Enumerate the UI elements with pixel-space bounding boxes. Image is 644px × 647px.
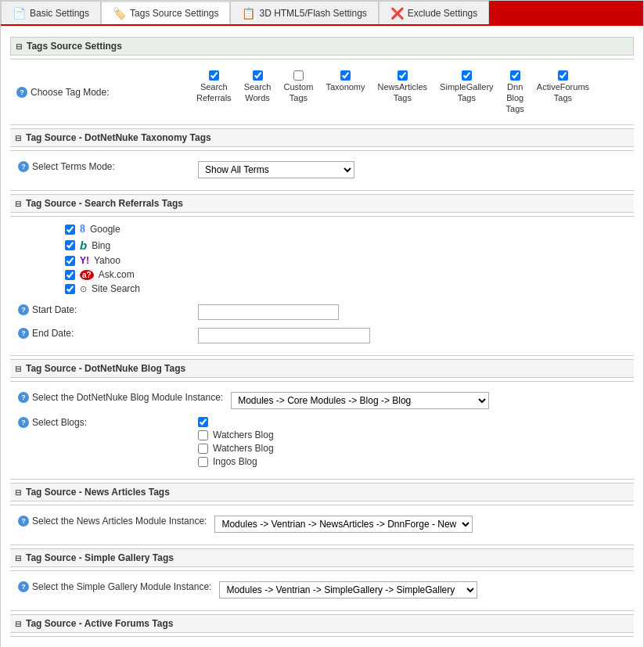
engine-site-checkbox[interactable]	[65, 284, 75, 294]
engine-google-label: Google	[90, 224, 121, 235]
taxonomy-section-header: ⊟ Tag Source - DotNetNuke Taxonomy Tags	[10, 128, 634, 147]
tab-bar: 📄 Basic Settings 🏷️ Tags Source Settings…	[1, 1, 643, 26]
tab-3d-html5-flash[interactable]: 📋 3D HTML5/Flash Settings	[230, 1, 378, 24]
blog-module-instance-label: ? Select the DotNetNuke Blog Module Inst…	[18, 392, 223, 403]
checkbox-search-words: Search Words	[244, 70, 272, 102]
ask-icon: a?	[80, 270, 94, 280]
forums-collapse-icon[interactable]: ⊟	[15, 620, 21, 628]
blog-section-content: ? Select the DotNetNuke Blog Module Inst…	[10, 383, 634, 477]
blog-watchers1-checkbox[interactable]	[198, 430, 208, 440]
end-date-control: 11/9/2010 12:00:00 AM	[198, 328, 626, 343]
checkbox-news-articles-input[interactable]	[398, 70, 408, 81]
blog-module-control: Modules -> Core Modules -> Blog -> Blog	[231, 392, 626, 409]
select-terms-row: ? Select Terms Mode: Show All Terms Show…	[18, 157, 626, 182]
gallery-module-label: ? Select the Simple Gallery Module Insta…	[18, 581, 211, 592]
site-search-icon: ⊙	[80, 284, 87, 294]
engine-site-item: ⊙ Site Search	[65, 283, 626, 294]
engine-google-item: 8 Google	[65, 223, 626, 235]
gallery-module-control: Modules -> Ventrian -> SimpleGallery -> …	[219, 581, 626, 598]
gallery-collapse-icon[interactable]: ⊟	[15, 554, 21, 563]
select-blogs-label: ? Select Blogs:	[18, 417, 190, 428]
simple-gallery-section-content: ? Select the Simple Gallery Module Insta…	[10, 573, 634, 609]
search-referrals-section-content: 8 Google b Bing Y! Yahoo a? Ask.com	[10, 218, 634, 354]
checkbox-active-forums: ActiveForums Tags	[537, 70, 589, 102]
blog-collapse-icon[interactable]: ⊟	[15, 365, 21, 373]
checkbox-simple-gallery-input[interactable]	[462, 70, 472, 81]
engine-yahoo-checkbox[interactable]	[65, 256, 75, 266]
engine-yahoo-item: Y! Yahoo	[65, 255, 626, 266]
engine-ask-label: Ask.com	[99, 269, 135, 280]
3d-html5-icon: 📋	[242, 7, 255, 20]
news-collapse-icon[interactable]: ⊟	[15, 488, 21, 497]
active-forums-section-header: ⊟ Tag Source - Active Forums Tags	[10, 614, 634, 633]
gallery-module-dropdown[interactable]: Modules -> Ventrian -> SimpleGallery -> …	[219, 581, 477, 598]
select-terms-help[interactable]: ?	[18, 161, 29, 172]
tag-mode-checkboxes: Search Referrals Search Words Custom Tag…	[196, 66, 589, 118]
news-articles-section-content: ? Select the News Articles Module Instan…	[10, 507, 634, 543]
main-collapse-icon[interactable]: ⊟	[16, 42, 22, 51]
start-date-row: ? Start Date: 11/02/2010	[18, 300, 626, 324]
engine-yahoo-label: Yahoo	[94, 255, 121, 266]
choose-tag-mode-help[interactable]: ?	[16, 87, 27, 98]
blog-module-dropdown[interactable]: Modules -> Core Modules -> Blog -> Blog	[231, 392, 489, 409]
blog-watchers2-checkbox[interactable]	[198, 444, 208, 454]
tab-exclude-settings[interactable]: ❌ Exclude Settings	[379, 1, 489, 24]
select-blogs-control: Watchers Blog Watchers Blog Ingos Blog	[198, 417, 626, 467]
engine-google-checkbox[interactable]	[65, 225, 75, 235]
select-all-blogs-checkbox[interactable]	[198, 417, 208, 427]
select-blogs-help[interactable]: ?	[18, 417, 29, 428]
end-date-row: ? End Date: 11/9/2010 12:00:00 AM	[18, 324, 626, 347]
end-date-help[interactable]: ?	[18, 328, 29, 339]
news-module-instance-row: ? Select the News Articles Module Instan…	[18, 512, 626, 537]
choose-tag-mode-label: ? Choose Tag Mode:	[16, 87, 189, 98]
news-module-control: Modules -> Ventrian -> NewsArticles -> D…	[214, 516, 626, 533]
taxonomy-collapse-icon[interactable]: ⊟	[15, 134, 21, 142]
select-blogs-row: ? Select Blogs: Watchers Blog	[18, 413, 626, 471]
checkbox-search-words-input[interactable]	[253, 70, 263, 81]
checkbox-dnn-blog-input[interactable]	[510, 70, 520, 81]
checkbox-simple-gallery: SimpleGallery Tags	[440, 70, 493, 102]
engine-ask-checkbox[interactable]	[65, 270, 75, 280]
news-module-dropdown[interactable]: Modules -> Ventrian -> NewsArticles -> D…	[214, 516, 473, 533]
blog-module-help[interactable]: ?	[18, 392, 29, 403]
tags-source-icon: 🏷️	[113, 7, 126, 20]
checkbox-custom-tags: Custom Tags	[283, 70, 313, 102]
tab-basic-settings[interactable]: 📄 Basic Settings	[1, 1, 101, 24]
start-date-control: 11/02/2010	[198, 304, 626, 320]
end-date-input[interactable]: 11/9/2010 12:00:00 AM	[198, 328, 370, 343]
checkbox-dnn-blog: Dnn Blog Tags	[506, 70, 524, 113]
select-terms-label: ? Select Terms Mode:	[18, 161, 190, 172]
engine-bing-item: b Bing	[65, 239, 626, 252]
news-module-help[interactable]: ?	[18, 516, 29, 527]
blogs-checkbox-list: Watchers Blog Watchers Blog Ingos Blog	[198, 417, 626, 467]
checkbox-custom-tags-input[interactable]	[293, 70, 304, 81]
checkbox-active-forums-input[interactable]	[558, 70, 568, 81]
search-referrals-collapse-icon[interactable]: ⊟	[15, 199, 21, 208]
blog-module-instance-row: ? Select the DotNetNuke Blog Module Inst…	[18, 388, 626, 413]
select-all-blogs-item	[198, 417, 626, 427]
engine-ask-item: a? Ask.com	[65, 269, 626, 280]
start-date-input[interactable]: 11/02/2010	[198, 304, 339, 320]
news-articles-section-header: ⊟ Tag Source - News Articles Tags	[10, 483, 634, 501]
blog-ingos-item: Ingos Blog	[198, 456, 626, 467]
gallery-module-help[interactable]: ?	[18, 581, 29, 592]
google-icon: 8	[80, 223, 85, 235]
tab-tags-source-settings[interactable]: 🏷️ Tags Source Settings	[101, 1, 230, 24]
engine-bing-checkbox[interactable]	[65, 240, 75, 250]
checkbox-taxonomy: Taxonomy	[326, 70, 365, 92]
checkbox-taxonomy-input[interactable]	[340, 70, 351, 81]
choose-tag-mode-row: ? Choose Tag Mode: Search Referrals Sear…	[10, 61, 634, 123]
search-referrals-section-header: ⊟ Tag Source - Search Referrals Tags	[10, 194, 634, 213]
blog-watchers2-item: Watchers Blog	[198, 443, 626, 454]
select-terms-dropdown[interactable]: Show All Terms Show Top Level Terms Show…	[198, 161, 354, 178]
basic-settings-icon: 📄	[13, 7, 26, 20]
exclude-icon: ❌	[390, 7, 404, 20]
blog-ingos-checkbox[interactable]	[198, 457, 208, 467]
start-date-help[interactable]: ?	[18, 304, 29, 315]
checkbox-search-referrals-input[interactable]	[209, 70, 219, 81]
main-content: ⊟ Tags Source Settings ? Choose Tag Mode…	[1, 26, 643, 647]
checkbox-search-referrals: Search Referrals	[196, 70, 232, 102]
taxonomy-section-content: ? Select Terms Mode: Show All Terms Show…	[10, 153, 634, 189]
bing-icon: b	[80, 239, 87, 252]
engine-bing-label: Bing	[92, 240, 110, 251]
